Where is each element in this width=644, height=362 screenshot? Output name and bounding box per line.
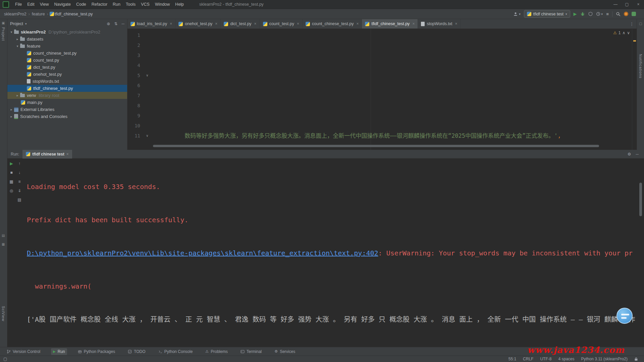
collapse-all-icon[interactable]: ⇅ (114, 21, 117, 26)
close-icon[interactable]: × (66, 152, 69, 157)
caret-position[interactable]: 55:1 (508, 357, 516, 361)
tab-count-test[interactable]: count_test.py × (260, 19, 303, 28)
toolwindow-problems[interactable]: ⚠ Problems (203, 348, 230, 355)
close-icon[interactable]: × (297, 21, 299, 26)
soft-wrap-icon[interactable]: ≡ (18, 179, 20, 184)
toolwindow-todo[interactable]: TODO (126, 348, 147, 355)
plugin-icon[interactable] (632, 12, 636, 16)
layers-icon[interactable]: ▦ (2, 242, 5, 246)
restore-layout-icon[interactable]: ▦ (9, 179, 13, 184)
chevron-right-icon[interactable]: ▸ (9, 108, 14, 111)
fold-marker-icon[interactable]: ∨ (145, 70, 149, 80)
fold-marker-icon[interactable]: ∨ (145, 131, 149, 141)
error-stripe[interactable] (632, 29, 637, 150)
tree-item-venv[interactable]: ▸ venv library root (7, 92, 127, 99)
tree-item-main[interactable]: main.py (7, 99, 127, 106)
menu-tools[interactable]: Tools (123, 2, 138, 7)
tree-item-tfidf-chinese-test[interactable]: tfidf_chinese_test.py (7, 85, 127, 92)
notifications-strip-button[interactable]: Notifications (639, 54, 643, 78)
tab-load-iris-test[interactable]: load_iris_test.py × (127, 19, 175, 28)
rerun-button[interactable]: ▶ (10, 161, 13, 166)
warning-stripe-mark[interactable] (633, 40, 636, 42)
menu-window[interactable]: Window (152, 2, 172, 7)
chevron-down-icon[interactable]: ▾ (9, 30, 14, 34)
sciview-strip-button[interactable]: SciView (1, 306, 5, 321)
tree-item-scratches[interactable]: ▸ Scratches and Consoles (7, 113, 127, 120)
breadcrumb-project[interactable]: sklearnPro2 (3, 12, 27, 16)
prev-warning-icon[interactable]: ∧ (622, 31, 625, 35)
down-stack-trace-icon[interactable]: ↓ (18, 170, 20, 175)
menu-refactor[interactable]: Refactor (89, 2, 110, 7)
close-icon[interactable]: × (215, 21, 217, 26)
menu-edit[interactable]: Edit (24, 2, 37, 7)
close-icon[interactable]: × (254, 21, 257, 26)
more-tabs-icon[interactable]: ⋮ (627, 19, 637, 28)
tree-item-onehot-test[interactable]: onehot_test.py (7, 71, 127, 78)
coverage-button[interactable] (588, 12, 593, 16)
toolwindow-run[interactable]: ▶ Run (51, 348, 67, 355)
tab-stopwords[interactable]: stopWords.txt × (418, 19, 461, 28)
floating-chat-button[interactable] (616, 308, 633, 324)
print-icon[interactable]: ▤ (17, 197, 21, 202)
toolwindow-python-console[interactable]: Python Console (156, 348, 195, 355)
close-button[interactable]: × (633, 2, 644, 7)
code-viewport[interactable]: 12 34 56 78 910 11 ∨ ∨ 数码等好多强势大涨，另有好多只概念… (127, 29, 637, 150)
toolwindow-version-control[interactable]: Version Control (5, 348, 42, 355)
chevron-right-icon[interactable]: ▸ (15, 37, 20, 41)
chevron-down-icon[interactable]: ▾ (15, 44, 20, 48)
settings-gear-icon[interactable]: ⚙ (628, 152, 631, 157)
close-icon[interactable]: × (170, 21, 172, 26)
scroll-to-end-icon[interactable]: ⇓ (18, 188, 21, 193)
toolwindow-services[interactable]: ⚙ Services (272, 348, 297, 355)
tree-item-stopwords[interactable]: stopWords.txt (7, 78, 127, 85)
tree-item-feature[interactable]: ▾ feature (7, 43, 127, 50)
hide-panel-icon[interactable]: ─ (636, 152, 639, 157)
stop-button[interactable]: ■ (10, 170, 12, 175)
tree-item-project-root[interactable]: ▾ sklearnPro2 D:\python_pro\sklearnPro2 (7, 28, 127, 36)
project-panel-title[interactable]: Project (10, 21, 23, 26)
file-encoding[interactable]: UTF-8 (540, 357, 551, 361)
menu-vcs[interactable]: VCS (138, 2, 152, 7)
debug-button[interactable] (580, 12, 585, 16)
up-stack-trace-icon[interactable]: ↑ (18, 161, 20, 166)
bell-icon[interactable]: ▢ (639, 22, 642, 25)
breadcrumb-file[interactable]: tfidf_chinese_test.py (54, 12, 94, 16)
tree-item-datasets[interactable]: ▸ datasets (7, 36, 127, 43)
tab-onehot-test[interactable]: onehot_test.py × (175, 19, 221, 28)
run-configuration-select[interactable]: tfidf chinese test ▾ (524, 10, 570, 18)
tree-item-external-libraries[interactable]: ▸ External Libraries (7, 106, 127, 113)
bookmark-icon[interactable]: ▤ (2, 234, 5, 237)
profiler-button[interactable]: ▾ (596, 12, 603, 16)
menu-view[interactable]: View (37, 2, 52, 7)
hide-panel-icon[interactable]: ─ (121, 21, 124, 26)
code-with-me-button[interactable]: ▾ (513, 12, 521, 16)
menu-navigate[interactable]: Navigate (52, 2, 73, 7)
chevron-right-icon[interactable]: ▸ (15, 94, 20, 97)
menu-run[interactable]: Run (110, 2, 123, 7)
menu-file[interactable]: File (12, 2, 24, 7)
project-strip-button[interactable]: Project (1, 27, 5, 41)
locate-icon[interactable]: ⊕ (107, 21, 110, 26)
tab-count-chinese-test[interactable]: count_chinese_test.py × (303, 19, 362, 28)
next-warning-icon[interactable]: ∨ (627, 31, 630, 35)
toolwindow-terminal[interactable]: Terminal (238, 348, 264, 355)
breadcrumb-folder[interactable]: feature (31, 12, 46, 16)
console-output[interactable]: Loading model cost 0.335 seconds. Prefix… (23, 159, 644, 347)
close-icon[interactable]: × (356, 21, 359, 26)
menu-code[interactable]: Code (73, 2, 89, 7)
run-button[interactable]: ▶ (574, 12, 577, 16)
pin-tab-icon[interactable]: ◎ (10, 188, 13, 193)
status-corner-icon[interactable]: ▢ (3, 357, 7, 361)
minimize-button[interactable]: — (610, 2, 621, 7)
menu-help[interactable]: Help (172, 2, 186, 7)
search-everywhere-button[interactable] (616, 12, 621, 16)
vertical-scrollbar[interactable] (639, 183, 642, 216)
tree-item-count-test[interactable]: count_test.py (7, 57, 127, 64)
tab-tfidf-chinese-test[interactable]: tfidf_chinese_test.py × (362, 19, 418, 28)
python-interpreter[interactable]: Python 3.11 (sklearnPro2) (581, 357, 628, 361)
run-tab[interactable]: tfidf chinese test × (22, 150, 72, 159)
line-separator[interactable]: CRLF (523, 357, 533, 361)
tree-item-dict-test[interactable]: dict_test.py (7, 64, 127, 71)
stop-button[interactable]: ■ (606, 12, 609, 16)
lock-icon[interactable] (634, 357, 638, 361)
